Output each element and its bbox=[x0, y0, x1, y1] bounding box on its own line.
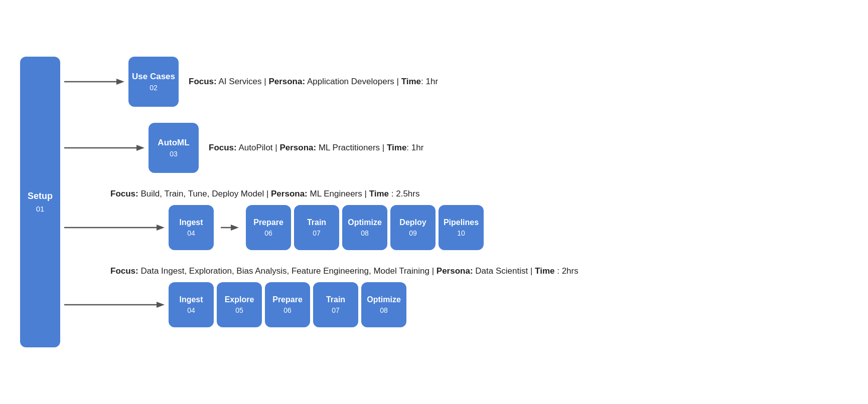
arrow-row4 bbox=[64, 299, 165, 311]
deploy-label-row3: Deploy bbox=[399, 218, 426, 228]
setup-box: Setup 01 bbox=[20, 57, 60, 347]
row2-meta: Focus: AutoPilot | Persona: ML Practitio… bbox=[209, 143, 423, 153]
svg-marker-3 bbox=[136, 145, 144, 151]
pipelines-num-row3: 10 bbox=[457, 229, 465, 238]
svg-marker-1 bbox=[116, 79, 124, 85]
prepare-label-row3: Prepare bbox=[253, 218, 283, 228]
row4-sep2: | bbox=[530, 266, 535, 276]
row2-sep2: | bbox=[380, 143, 387, 153]
ingest-num-row3: 04 bbox=[187, 229, 195, 238]
row3-chain: Ingest 04 Prepare 06 Train bbox=[60, 205, 848, 250]
arrow-row2 bbox=[64, 142, 144, 154]
row1-persona-label: Persona: bbox=[268, 77, 305, 87]
explore-box-row4: Explore 05 bbox=[217, 282, 262, 327]
automl-label: AutoML bbox=[158, 137, 189, 148]
row-use-cases: Use Cases 02 Focus: AI Services | Person… bbox=[60, 57, 848, 107]
row4-time-label: Time bbox=[535, 266, 554, 276]
automl-box: AutoML 03 bbox=[149, 123, 199, 173]
arrow-chain1 bbox=[221, 223, 239, 233]
row1-time-label: Time bbox=[401, 77, 421, 87]
optimize-num-row3: 08 bbox=[361, 229, 369, 238]
ingest-label-row3: Ingest bbox=[179, 218, 203, 228]
optimize-label-row3: Optimize bbox=[348, 218, 382, 228]
row2-focus-label: Focus: bbox=[209, 143, 237, 153]
svg-marker-5 bbox=[157, 225, 165, 231]
row4-persona-value: Data Scientist bbox=[475, 266, 528, 276]
prepare-box-row4: Prepare 06 bbox=[265, 282, 310, 327]
ingest-num-row4: 04 bbox=[187, 306, 195, 315]
diagram: Setup 01 Use Cases 02 bbox=[20, 57, 848, 347]
row3-focus-label: Focus: bbox=[110, 189, 138, 198]
train-num-row4: 07 bbox=[332, 306, 340, 315]
deploy-box-row3: Deploy 09 bbox=[390, 205, 436, 250]
row2-sep1: | bbox=[273, 143, 280, 153]
row3-sep1: | bbox=[266, 189, 271, 198]
row3-sep2: | bbox=[365, 189, 369, 198]
setup-label: Setup bbox=[28, 190, 53, 202]
ingest-box-row3: Ingest 04 bbox=[169, 205, 214, 250]
train-box-row4: Train 07 bbox=[313, 282, 358, 327]
row1-time-value: : 1hr bbox=[421, 77, 438, 87]
row3-persona-label: Persona: bbox=[271, 189, 308, 198]
optimize-box-row3: Optimize 08 bbox=[342, 205, 387, 250]
prepare-box-row3: Prepare 06 bbox=[246, 205, 291, 250]
row4-chain: Ingest 04 Explore 05 Prepare 06 Train 07 bbox=[60, 282, 848, 327]
optimize-label-row4: Optimize bbox=[367, 295, 401, 305]
row2-time-label: Time bbox=[387, 143, 406, 153]
row-data-scientist: Focus: Data Ingest, Exploration, Bias An… bbox=[60, 266, 848, 327]
train-label-row4: Train bbox=[326, 295, 345, 305]
automl-num: 03 bbox=[170, 149, 178, 158]
pipelines-label-row3: Pipelines bbox=[444, 218, 479, 228]
optimize-box-row4: Optimize 08 bbox=[361, 282, 406, 327]
arrow-row3 bbox=[64, 222, 165, 234]
row3-time-value: : 2.5hrs bbox=[391, 189, 420, 198]
svg-marker-7 bbox=[231, 225, 239, 231]
pipelines-box-row3: Pipelines 10 bbox=[439, 205, 484, 250]
setup-num: 01 bbox=[36, 204, 45, 214]
row-ml-engineers: Focus: Build, Train, Tune, Deploy Model … bbox=[60, 189, 848, 250]
row3-focus-value: Build, Train, Tune, Deploy Model bbox=[140, 189, 266, 198]
row1-content: Use Cases 02 Focus: AI Services | Person… bbox=[60, 57, 848, 107]
row-automl: AutoML 03 Focus: AutoPilot | Persona: ML… bbox=[60, 123, 848, 173]
row1-focus-label: Focus: bbox=[189, 77, 217, 87]
deploy-num-row3: 09 bbox=[409, 229, 417, 238]
row4-boxes: Ingest 04 Explore 05 Prepare 06 Train 07 bbox=[169, 282, 406, 327]
row4-focus-value: Data Ingest, Exploration, Bias Analysis,… bbox=[140, 266, 431, 276]
prepare-num-row4: 06 bbox=[283, 306, 292, 315]
rows-container: Use Cases 02 Focus: AI Services | Person… bbox=[60, 57, 848, 327]
row4-focus-label: Focus: bbox=[110, 266, 138, 276]
row4-time-value: : 2hrs bbox=[557, 266, 578, 276]
prepare-label-row4: Prepare bbox=[272, 295, 303, 305]
row2-time-value: : 1hr bbox=[406, 143, 423, 153]
row2-persona-label: Persona: bbox=[279, 143, 316, 153]
train-box-row3: Train 07 bbox=[294, 205, 339, 250]
ingest-box-row4: Ingest 04 bbox=[169, 282, 214, 327]
row1-sep1: | bbox=[262, 77, 269, 87]
ingest-label-row4: Ingest bbox=[179, 295, 203, 305]
arrow-row1 bbox=[64, 76, 124, 88]
train-num-row3: 07 bbox=[313, 229, 321, 238]
use-cases-label: Use Cases bbox=[132, 71, 175, 82]
row1-meta: Focus: AI Services | Persona: Applicatio… bbox=[189, 77, 438, 87]
row4-sep1: | bbox=[432, 266, 437, 276]
use-cases-box: Use Cases 02 bbox=[128, 57, 179, 107]
explore-label-row4: Explore bbox=[225, 295, 254, 305]
optimize-num-row4: 08 bbox=[380, 306, 388, 315]
row3-desc: Focus: Build, Train, Tune, Deploy Model … bbox=[110, 189, 848, 199]
row1-sep2: | bbox=[394, 77, 401, 87]
row3-time-label: Time bbox=[369, 189, 389, 198]
row2-content: AutoML 03 Focus: AutoPilot | Persona: ML… bbox=[60, 123, 848, 173]
row1-persona-value: Application Developers bbox=[305, 77, 394, 87]
row4-persona-label: Persona: bbox=[437, 266, 473, 276]
row1-focus-value: AI Services bbox=[217, 77, 262, 87]
use-cases-num: 02 bbox=[150, 83, 158, 92]
row2-focus-value: AutoPilot bbox=[237, 143, 273, 153]
row3-boxes: Ingest 04 Prepare 06 Train bbox=[169, 205, 484, 250]
row2-persona-value: ML Practitioners bbox=[316, 143, 380, 153]
row4-desc: Focus: Data Ingest, Exploration, Bias An… bbox=[110, 266, 848, 276]
explore-num-row4: 05 bbox=[235, 306, 243, 315]
train-label-row3: Train bbox=[307, 218, 326, 228]
svg-marker-9 bbox=[157, 302, 165, 308]
row3-persona-value: ML Engineers bbox=[310, 189, 362, 198]
prepare-num-row3: 06 bbox=[264, 229, 272, 238]
